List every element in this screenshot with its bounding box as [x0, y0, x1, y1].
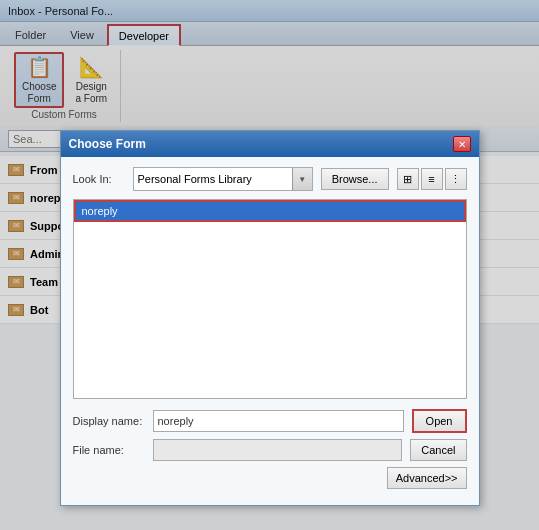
dialog-titlebar: Choose Form ✕	[61, 131, 479, 157]
view-icon-3[interactable]: ⋮	[445, 168, 467, 190]
view-icon-2[interactable]: ≡	[421, 168, 443, 190]
dialog-footer: Display name: Open File name: Cancel Adv…	[73, 409, 467, 489]
form-item-label: noreply	[82, 205, 118, 217]
file-name-input[interactable]	[153, 439, 403, 461]
cancel-button[interactable]: Cancel	[410, 439, 466, 461]
display-name-input[interactable]	[153, 410, 404, 432]
look-in-dropdown[interactable]: Personal Forms Library	[134, 168, 292, 190]
advanced-row: Advanced>>	[73, 467, 467, 489]
dropdown-arrow-icon[interactable]: ▼	[292, 168, 312, 190]
choose-form-dialog: Choose Form ✕ Look In: Personal Forms Li…	[60, 130, 480, 506]
toolbar-icons: ⊞ ≡ ⋮	[397, 168, 467, 190]
advanced-button[interactable]: Advanced>>	[387, 467, 467, 489]
file-name-label: File name:	[73, 444, 145, 456]
form-item-noreply[interactable]: noreply	[74, 200, 466, 222]
modal-overlay: Choose Form ✕ Look In: Personal Forms Li…	[0, 0, 539, 530]
view-icon-1[interactable]: ⊞	[397, 168, 419, 190]
look-in-label: Look In:	[73, 173, 125, 185]
open-button[interactable]: Open	[412, 409, 467, 433]
dialog-body: Look In: Personal Forms Library ▼ Browse…	[61, 157, 479, 505]
forms-list[interactable]: noreply	[73, 199, 467, 399]
dialog-close-button[interactable]: ✕	[453, 136, 471, 152]
display-name-row: Display name: Open	[73, 409, 467, 433]
file-name-row: File name: Cancel	[73, 439, 467, 461]
display-name-label: Display name:	[73, 415, 145, 427]
look-in-row: Look In: Personal Forms Library ▼ Browse…	[73, 167, 467, 191]
browse-button[interactable]: Browse...	[321, 168, 389, 190]
dialog-title: Choose Form	[69, 137, 146, 151]
look-in-dropdown-container: Personal Forms Library ▼	[133, 167, 313, 191]
